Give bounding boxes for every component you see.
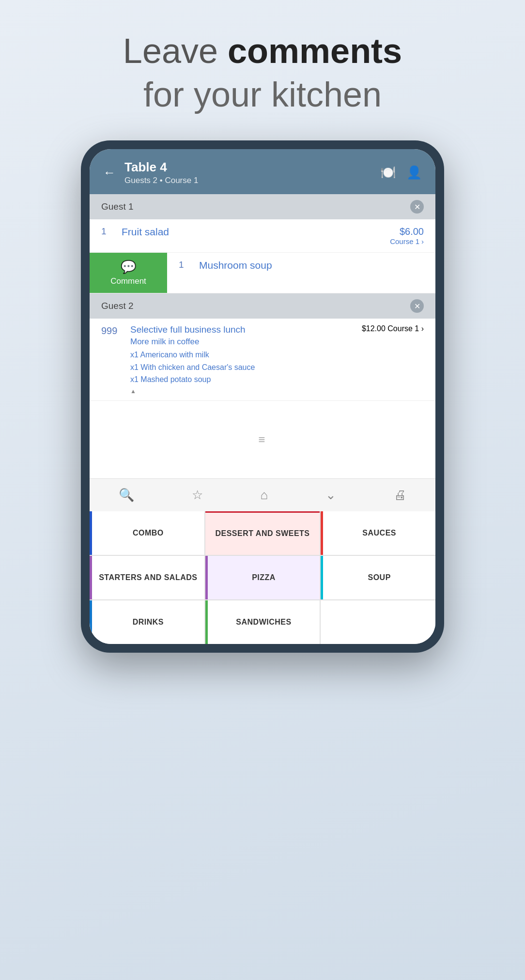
phone-screen: ← Table 4 Guests 2 • Course 1 🍽️ 👤 Guest… (90, 149, 435, 644)
guest2-header: Guest 2 ✕ (90, 293, 435, 319)
phone-shell: ← Table 4 Guests 2 • Course 1 🍽️ 👤 Guest… (81, 140, 444, 653)
fruit-salad-row: 1 Fruit salad $6.00 Course 1 › (90, 219, 435, 253)
add-guest-icon[interactable]: 👤 (406, 165, 422, 180)
comment-icon: 💬 (121, 260, 136, 275)
guest2-close-btn[interactable]: ✕ (410, 299, 424, 313)
combo-title: Selective full business lunch (130, 324, 362, 335)
business-lunch-price-block: $12.00 Course 1 › (362, 324, 424, 333)
guest1-label: Guest 1 (101, 201, 134, 212)
combo-sub-items: x1 Americano with milk x1 With chicken a… (130, 349, 362, 386)
hero-line1-bold: comments (228, 31, 402, 70)
business-lunch-right: Selective full business lunch More milk … (130, 324, 424, 395)
comment-label: Comment (110, 276, 146, 286)
category-sauces[interactable]: SAUCES (321, 511, 435, 555)
category-empty (321, 600, 435, 644)
content-area: Guest 1 ✕ 1 Fruit salad $6.00 Course 1 ›… (90, 194, 435, 478)
header-title-block: Table 4 Guests 2 • Course 1 (124, 160, 380, 185)
category-dessert[interactable]: DESSERT AND SWEETS (205, 511, 320, 555)
fruit-salad-price: $6.00 (390, 226, 424, 237)
sub-item-1: x1 With chicken and Caesar's sauce (130, 361, 362, 374)
mushroom-soup-qty: 1 (179, 260, 193, 270)
header-title: Table 4 (124, 160, 380, 175)
favorites-icon[interactable]: ☆ (184, 486, 211, 505)
header-icons: 🍽️ 👤 (380, 165, 422, 180)
dropdown-icon[interactable]: ⌄ (318, 486, 344, 505)
back-button[interactable]: ← (103, 165, 116, 180)
hero-line1-normal: Leave (123, 31, 228, 70)
hero-line2: for your kitchen (123, 73, 402, 116)
fruit-salad-name: Fruit salad (116, 226, 390, 238)
business-lunch-price: $12.00 (362, 324, 386, 333)
header-subtitle: Guests 2 • Course 1 (124, 176, 380, 185)
category-drinks[interactable]: DRINKS (90, 600, 204, 644)
category-sandwiches[interactable]: SANDWICHES (205, 600, 320, 644)
fruit-salad-course: Course 1 › (390, 237, 424, 245)
comment-button[interactable]: 💬 Comment (90, 253, 167, 293)
home-icon[interactable]: ⌂ (253, 486, 276, 505)
search-icon[interactable]: 🔍 (111, 486, 142, 505)
business-lunch-course: Course 1 › (387, 324, 424, 333)
guest2-label: Guest 2 (101, 301, 134, 311)
category-pizza[interactable]: PIZZA (205, 556, 320, 599)
bottom-toolbar: 🔍 ☆ ⌂ ⌄ 🖨 (90, 478, 435, 511)
combo-comment: More milk in coffee (130, 337, 362, 347)
chef-icon[interactable]: 🍽️ (380, 165, 396, 180)
mushroom-soup-name: Mushroom soup (193, 260, 424, 271)
mushroom-comment-row: 💬 Comment 1 Mushroom soup (90, 253, 435, 293)
fruit-salad-qty: 1 (101, 226, 116, 237)
category-grid: COMBO DESSERT AND SWEETS SAUCES STARTERS… (90, 511, 435, 644)
guest1-close-btn[interactable]: ✕ (410, 200, 424, 214)
sub-item-2: x1 Mashed potato soup (130, 373, 362, 386)
phone-header: ← Table 4 Guests 2 • Course 1 🍽️ 👤 (90, 149, 435, 194)
print-icon[interactable]: 🖨 (386, 486, 414, 505)
business-lunch-details: Selective full business lunch More milk … (130, 324, 362, 395)
hero-text: Leave comments for your kitchen (123, 29, 402, 116)
fruit-salad-price-block: $6.00 Course 1 › (390, 226, 424, 245)
category-soup[interactable]: SOUP (321, 556, 435, 599)
business-lunch-qty: 999 (101, 324, 130, 337)
expand-arrow: ▲ (130, 388, 362, 395)
mushroom-soup-row: 1 Mushroom soup (167, 253, 435, 293)
business-lunch-row: 999 Selective full business lunch More m… (90, 319, 435, 401)
category-combo[interactable]: COMBO (90, 511, 204, 555)
drag-handle: ≡ (258, 433, 266, 446)
empty-area: ≡ (90, 401, 435, 478)
sub-item-0: x1 Americano with milk (130, 349, 362, 361)
category-starters[interactable]: STARTERS AND SALADS (90, 556, 204, 599)
guest1-header: Guest 1 ✕ (90, 194, 435, 219)
